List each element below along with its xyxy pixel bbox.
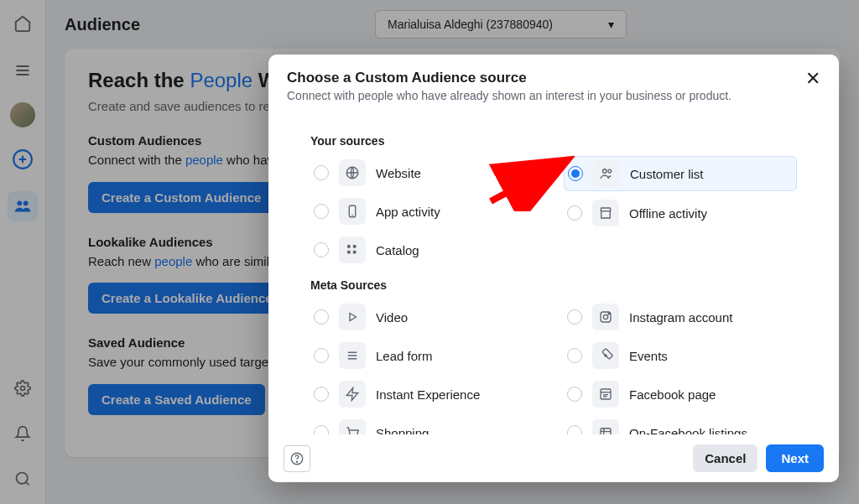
next-button[interactable]: Next (766, 444, 824, 472)
radio-off[interactable] (567, 425, 582, 434)
source-customer-list[interactable]: Customer list (564, 156, 797, 191)
svg-marker-20 (350, 314, 357, 321)
modal-subtitle: Connect with people who have already sho… (287, 89, 820, 102)
help-icon[interactable] (284, 445, 310, 472)
fbpage-icon (592, 381, 619, 408)
globe-icon (339, 159, 366, 186)
svg-point-31 (605, 355, 607, 356)
svg-point-18 (603, 169, 607, 174)
close-icon[interactable]: ✕ (805, 70, 820, 88)
source-facebook-page[interactable]: Facebook page (564, 377, 797, 411)
catalog-icon (339, 236, 366, 263)
events-icon (592, 342, 619, 369)
source-lead-form[interactable]: Lead form (310, 339, 544, 372)
radio-off[interactable] (567, 309, 582, 325)
source-listings[interactable]: On-Facebook listings (564, 416, 797, 434)
source-catalog[interactable]: Catalog (310, 233, 544, 267)
radio-off[interactable] (314, 204, 329, 219)
source-website[interactable]: Website (310, 156, 544, 190)
your-sources-title: Your sources (310, 134, 797, 148)
radio-off[interactable] (314, 242, 329, 257)
svg-point-29 (608, 314, 610, 315)
radio-off[interactable] (567, 205, 582, 221)
svg-rect-16 (353, 245, 357, 248)
source-modal: ✕ Choose a Custom Audience source Connec… (268, 55, 839, 482)
store-icon (592, 200, 619, 226)
source-video[interactable]: Video (310, 300, 544, 334)
radio-off[interactable] (314, 165, 329, 180)
svg-rect-15 (347, 251, 351, 254)
svg-marker-24 (346, 388, 358, 401)
svg-rect-17 (353, 251, 357, 254)
svg-rect-30 (602, 349, 613, 360)
svg-rect-14 (347, 245, 351, 248)
source-shopping[interactable]: Shopping (310, 416, 544, 434)
instagram-icon (592, 304, 619, 330)
listings-icon (592, 419, 619, 434)
svg-point-40 (296, 461, 297, 462)
svg-rect-32 (601, 389, 611, 399)
video-icon (339, 304, 366, 330)
radio-off[interactable] (567, 387, 582, 402)
radio-off[interactable] (314, 425, 329, 434)
source-events[interactable]: Events (564, 339, 797, 372)
cancel-button[interactable]: Cancel (693, 444, 757, 472)
svg-point-19 (608, 169, 612, 173)
people-icon (593, 160, 620, 187)
form-icon (339, 342, 366, 369)
shopping-icon (339, 419, 366, 434)
radio-off[interactable] (567, 348, 582, 363)
radio-off[interactable] (314, 387, 329, 402)
app-icon (339, 198, 366, 225)
radio-on[interactable] (568, 166, 583, 181)
source-instant-experience[interactable]: Instant Experience (310, 377, 544, 411)
source-instagram[interactable]: Instagram account (564, 300, 797, 334)
meta-sources-title: Meta Sources (310, 278, 797, 292)
radio-off[interactable] (314, 348, 329, 363)
radio-off[interactable] (314, 309, 329, 325)
instant-icon (339, 381, 366, 408)
modal-title: Choose a Custom Audience source (287, 70, 820, 86)
svg-point-28 (603, 314, 607, 319)
source-offline-activity[interactable]: Offline activity (564, 196, 797, 230)
source-app-activity[interactable]: App activity (310, 195, 544, 228)
